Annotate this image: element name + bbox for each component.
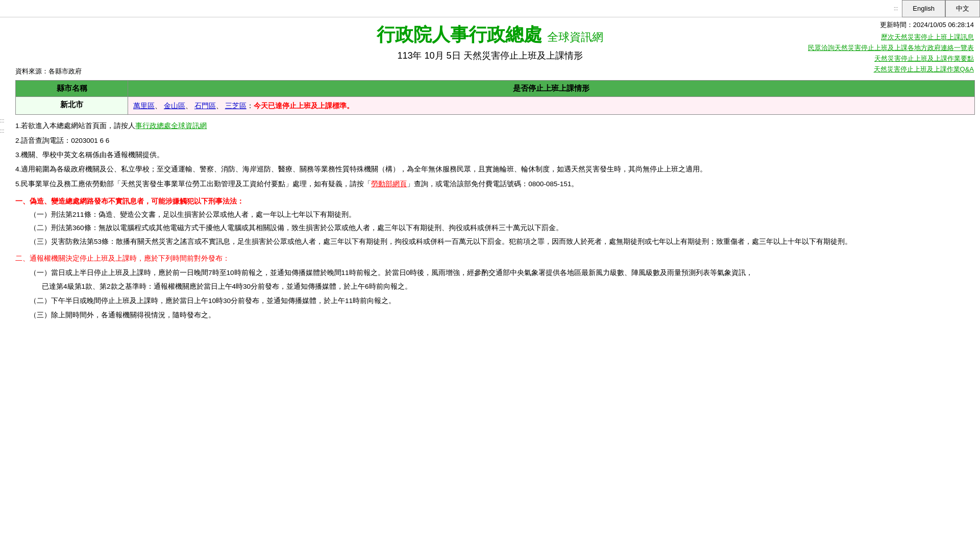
top-bar: ::: English 中文	[0, 0, 980, 17]
top-bar-dots: :::	[890, 6, 902, 11]
table-row: 新北市 萬里區、 金山區、 石門區、 三芝區：今天已達停止上班及上課標準。	[16, 97, 975, 115]
chinese-button[interactable]: 中文	[945, 0, 980, 17]
link-guidelines[interactable]: 天然災害停止上班及上課作業要點	[772, 54, 974, 63]
site-name: 全球資訊網	[547, 31, 603, 43]
notice-item2: （二）下午半日或晚間停止上班及上課時，應於當日上午10時30分前發布，並通知傳播…	[30, 294, 975, 308]
warn-title: 一、偽造、變造總處網路發布不實訊息者，可能涉嫌觸犯以下刑事法法：	[15, 195, 975, 208]
notice-item1-cond: 已達第4級第1款、第2款之基準時：通報權機關應於當日上午4時30分前發布，並通知…	[42, 280, 975, 293]
notice-item1: （一）當日或上半日停止上班及上課時，應於前一日晚間7時至10時前報之，並通知傳播…	[30, 266, 975, 280]
english-button[interactable]: English	[902, 0, 945, 17]
table-header-status: 是否停止上班上課情形	[128, 81, 975, 97]
law-item1: （一）刑法第211條：偽造、變造公文書，足以生損害於公眾或他人者，處一年以上七年…	[30, 209, 975, 221]
table-header-city: 縣市名稱	[16, 81, 128, 97]
notice-item3: （三）除上開時間外，各通報機關得視情況，隨時發布之。	[30, 309, 975, 322]
left-dots: ::: :::	[0, 65, 10, 328]
status-cell: 萬里區、 金山區、 石門區、 三芝區：今天已達停止上班及上課標準。	[128, 97, 975, 115]
link-history[interactable]: 歷次天然災害停止上班上課訊息	[772, 33, 974, 42]
org-name: 行政院人事行政總處	[377, 24, 542, 45]
city-name-cell: 新北市	[16, 97, 128, 115]
status-text: 今天已達停止上班及上課標準。	[254, 102, 354, 110]
main-content: 資料來源：各縣市政府 縣市名稱 是否停止上班上課情形 新北市 萬里區、 金山區、…	[10, 65, 980, 328]
link-labor[interactable]: 勞動部網頁	[371, 180, 407, 188]
notice-section: 二、通報權機關決定停止上班及上課時，應於下列時間前對外發布： （一）當日或上半日…	[15, 252, 975, 321]
district-shimen[interactable]: 石門區	[194, 102, 216, 110]
info-item5: 5.民事業單位及務工應依勞動部「天然災害發生事業單位勞工出勤管理及工資給付要點」…	[15, 178, 975, 190]
district-sanzhi[interactable]: 三芝區	[225, 102, 247, 110]
info-item1: 1.若欲進入本總處網站首頁面，請按人事行政總處全球資訊網	[15, 120, 975, 132]
update-time: 更新時間：2024/10/05 06:28:14	[772, 20, 974, 30]
content-area: ::: ::: 資料來源：各縣市政府 縣市名稱 是否停止上班上課情形 新北市 萬…	[0, 65, 980, 328]
law-item3: （三）災害防救法第53條：散播有關天然災害之謠言或不實訊息，足生損害於公眾或他人…	[30, 236, 975, 248]
status-table: 縣市名稱 是否停止上班上課情形 新北市 萬里區、 金山區、 石門區、 三芝區：今…	[15, 80, 975, 115]
info-item4: 4.適用範圍為各級政府機關及公、私立學校；至交通運輸、警察、消防、海岸巡防、醫療…	[15, 163, 975, 176]
source-line: 資料來源：各縣市政府	[15, 67, 975, 76]
district-jinshan[interactable]: 金山區	[164, 102, 185, 110]
link-contact[interactable]: 民眾洽詢天然災害停止上班及上課各地方政府連絡一覽表	[772, 43, 974, 53]
law-item2: （二）刑法第360條：無故以電腦程式或其他電磁方式干擾他人電腦或其相關設備，致生…	[30, 222, 975, 234]
warning-section: 一、偽造、變造總處網路發布不實訊息者，可能涉嫌觸犯以下刑事法法： （一）刑法第2…	[15, 195, 975, 248]
info-section: 1.若欲進入本總處網站首頁面，請按人事行政總處全球資訊網 2.語音查詢電話：02…	[15, 120, 975, 190]
notice-title: 二、通報權機關決定停止上班及上課時，應於下列時間前對外發布：	[15, 252, 975, 265]
district-wanli[interactable]: 萬里區	[133, 102, 155, 110]
info-item2: 2.語音查詢電話：0203001 6 6	[15, 135, 975, 147]
info-item3: 3.機關、學校中英文名稱係由各通報機關提供。	[15, 149, 975, 161]
link-main-site[interactable]: 事行政總處全球資訊網	[135, 122, 207, 130]
